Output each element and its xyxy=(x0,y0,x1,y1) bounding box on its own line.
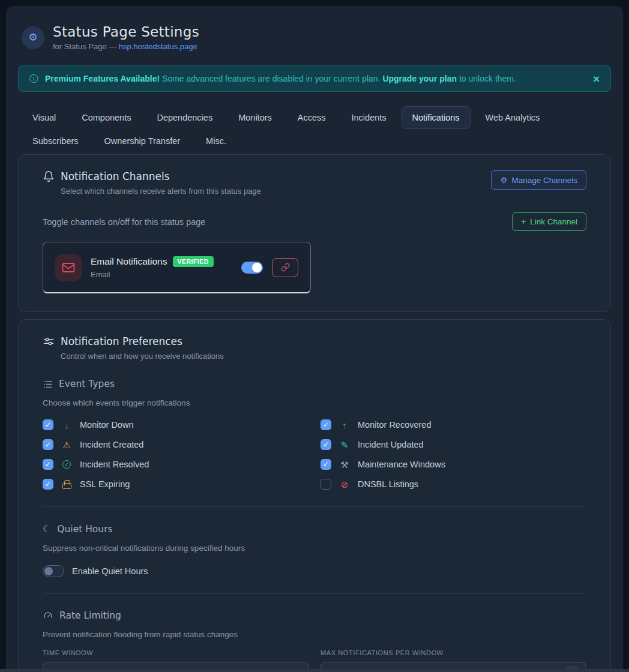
checkbox[interactable] xyxy=(43,419,53,430)
settings-panel: ⚙ Status Page Settings for Status Page —… xyxy=(6,6,623,670)
checkbox[interactable] xyxy=(43,479,53,490)
event-types-subsection: Event Types Choose which events trigger … xyxy=(43,379,586,490)
event-type-label: Maintenance Windows xyxy=(358,460,445,469)
event-types-title: Event Types xyxy=(59,379,115,389)
tab-visual[interactable]: Visual xyxy=(22,106,67,129)
banner-bold-text: Premium Features Available! xyxy=(45,74,160,83)
event-type-monitor-down[interactable]: ↓ Monitor Down xyxy=(43,419,308,431)
checkbox[interactable] xyxy=(43,459,53,470)
preferences-subtitle: Control when and how you receive notific… xyxy=(61,352,586,361)
unlink-channel-button[interactable] xyxy=(272,258,298,277)
toggle-channels-hint: Toggle channels on/off for this status p… xyxy=(43,217,205,227)
event-type-ssl-expiring[interactable]: SSL Expiring xyxy=(43,478,308,490)
checkbox[interactable] xyxy=(321,459,331,470)
envelope-icon xyxy=(61,260,76,275)
event-type-label: Monitor Down xyxy=(80,420,133,430)
event-type-dnsbl-listings[interactable]: ⊘ DNSBL Listings xyxy=(321,478,586,490)
event-types-grid: ↓ Monitor Down ↑ Monitor Recovered ⚠ Inc… xyxy=(43,419,586,490)
gear-icon: ⚙ xyxy=(500,175,507,185)
manage-channels-label: Manage Channels xyxy=(511,176,577,185)
tab-misc[interactable]: Misc. xyxy=(195,130,237,152)
event-type-label: Incident Resolved xyxy=(80,460,149,469)
tab-monitors[interactable]: Monitors xyxy=(227,106,283,129)
bottom-cutoff-strip xyxy=(0,669,629,672)
page-header: ⚙ Status Page Settings for Status Page —… xyxy=(22,24,611,51)
status-page-link[interactable]: hsp.hostedstatus.page xyxy=(119,42,197,51)
chain-link-icon xyxy=(281,263,290,272)
settings-tabs: Visual Components Dependencies Monitors … xyxy=(22,106,598,153)
max-notifications-label: MAX NOTIFICATIONS PER WINDOW xyxy=(321,649,586,656)
quiet-hours-toggle[interactable] xyxy=(43,565,64,577)
gear-icon: ⚙ xyxy=(28,31,37,44)
quiet-hours-toggle-label: Enable Quiet Hours xyxy=(72,566,148,576)
info-icon: ⓘ xyxy=(29,73,38,85)
rate-limiting-subtitle: Prevent notification flooding from rapid… xyxy=(43,630,586,639)
event-type-maintenance-windows[interactable]: ⚒ Maintenance Windows xyxy=(321,458,586,470)
close-icon[interactable]: × xyxy=(593,73,600,85)
sliders-icon xyxy=(43,335,55,347)
arrow-up-icon: ↑ xyxy=(339,421,350,430)
subtitle-text: for Status Page — xyxy=(53,42,119,51)
gauge-icon xyxy=(43,610,53,621)
notification-channels-section: Notification Channels Select which chann… xyxy=(18,154,611,312)
checkbox[interactable] xyxy=(321,439,331,450)
tab-components[interactable]: Components xyxy=(71,106,142,129)
event-type-label: Incident Updated xyxy=(358,440,424,449)
tab-web-analytics[interactable]: Web Analytics xyxy=(475,106,551,129)
event-type-incident-resolved[interactable]: ✓ Incident Resolved xyxy=(43,458,308,470)
notification-preferences-section: Notification Preferences Control when an… xyxy=(18,319,611,670)
quiet-hours-subsection: ☾ Quiet Hours Suppress non-critical noti… xyxy=(43,523,586,577)
event-type-incident-updated[interactable]: ✎ Incident Updated xyxy=(321,439,586,451)
event-type-incident-created[interactable]: ⚠ Incident Created xyxy=(43,439,308,451)
channel-name: Email Notifications xyxy=(91,256,167,267)
quiet-hours-title: Quiet Hours xyxy=(57,524,112,535)
moon-icon: ☾ xyxy=(43,523,51,535)
link-channel-label: Link Channel xyxy=(530,217,577,226)
channels-title: Notification Channels xyxy=(61,170,170,182)
tools-icon: ⚒ xyxy=(339,460,350,469)
plus-icon: + xyxy=(521,217,526,226)
tab-subscribers[interactable]: Subscribers xyxy=(22,130,89,152)
preferences-title-row: Notification Preferences xyxy=(43,335,586,347)
bell-icon xyxy=(43,170,55,182)
tab-dependencies[interactable]: Dependencies xyxy=(146,106,223,129)
upgrade-plan-link[interactable]: Upgrade your plan xyxy=(382,74,457,83)
channel-type: Email xyxy=(91,270,214,279)
rate-limiting-title: Rate Limiting xyxy=(59,610,121,621)
preferences-title: Notification Preferences xyxy=(61,335,182,347)
list-icon xyxy=(43,379,53,389)
event-type-monitor-recovered[interactable]: ↑ Monitor Recovered xyxy=(321,419,586,431)
channels-title-row: Notification Channels xyxy=(43,170,261,182)
checkbox[interactable] xyxy=(321,479,331,490)
checkbox[interactable] xyxy=(321,419,331,430)
email-channel-toggle[interactable] xyxy=(241,262,263,274)
quiet-hours-subtitle: Suppress non-critical notifications duri… xyxy=(43,544,586,553)
warning-icon: ⚠ xyxy=(61,440,72,449)
premium-banner: ⓘ Premium Features Available! Some advan… xyxy=(18,65,611,92)
rate-limiting-header: Rate Limiting xyxy=(43,610,586,621)
banner-text: Premium Features Available! Some advance… xyxy=(45,74,516,83)
pencil-icon: ✎ xyxy=(339,440,350,449)
checkbox[interactable] xyxy=(43,439,53,450)
check-circle-icon: ✓ xyxy=(62,460,71,469)
tab-notifications[interactable]: Notifications xyxy=(402,106,471,129)
tab-access[interactable]: Access xyxy=(287,106,337,129)
verified-badge: VERIFIED xyxy=(173,256,214,267)
email-channel-card: Email Notifications VERIFIED Email xyxy=(43,242,311,293)
page-title: Status Page Settings xyxy=(53,24,199,40)
link-channel-button[interactable]: + Link Channel xyxy=(512,212,586,231)
tab-ownership-transfer[interactable]: Ownership Transfer xyxy=(94,130,191,152)
banner-middle-text: Some advanced features are disabled in y… xyxy=(160,74,382,83)
event-type-label: SSL Expiring xyxy=(80,479,130,489)
max-notifications-field: MAX NOTIFICATIONS PER WINDOW 10 xyxy=(321,649,586,670)
event-type-label: Monitor Recovered xyxy=(358,420,432,430)
manage-channels-button[interactable]: ⚙ Manage Channels xyxy=(491,170,586,190)
settings-gear-badge: ⚙ xyxy=(22,26,44,49)
channels-subtitle: Select which channels receive alerts fro… xyxy=(61,187,261,196)
time-window-label: TIME WINDOW xyxy=(43,649,308,656)
tab-incidents[interactable]: Incidents xyxy=(341,106,397,129)
banner-suffix-text: to unlock them. xyxy=(457,74,516,83)
event-type-label: Incident Created xyxy=(80,440,143,449)
ban-icon: ⊘ xyxy=(339,480,350,489)
rate-limiting-subsection: Rate Limiting Prevent notification flood… xyxy=(43,610,586,670)
